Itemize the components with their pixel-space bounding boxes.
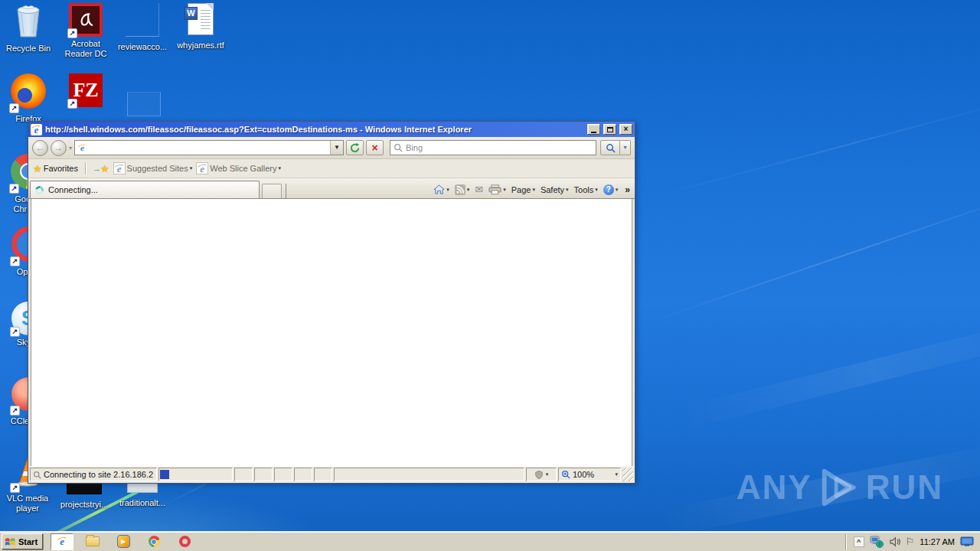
add-favorite-button[interactable]: → ★	[93, 163, 109, 174]
search-go-icon	[606, 143, 616, 153]
web-slice-icon: e	[197, 163, 207, 174]
zoom-control[interactable]: 100% ▾	[558, 468, 621, 481]
window-title: http://shell.windows.com/fileassoc/filea…	[45, 125, 584, 134]
word-w-badge: W	[185, 7, 198, 20]
taskbar-button-internet-explorer[interactable]: e	[51, 533, 74, 550]
chevron-down-icon: ▾	[446, 187, 449, 193]
safety-menu-label: Safety	[541, 185, 564, 194]
ie-favicon: e	[31, 124, 42, 135]
close-button[interactable]: ×	[619, 124, 632, 135]
shortcut-arrow-icon: ↗	[67, 99, 77, 109]
chevron-down-icon: ▾	[190, 165, 193, 171]
refresh-button[interactable]	[346, 140, 364, 155]
search-box[interactable]	[390, 140, 596, 155]
shortcut-arrow-icon: ↗	[9, 184, 19, 194]
start-button[interactable]: Start	[2, 533, 43, 549]
history-dropdown-icon[interactable]: ▾	[69, 145, 72, 152]
separator	[85, 162, 86, 174]
favorites-button[interactable]: ★ Favorites	[33, 163, 78, 174]
chrome-icon	[149, 536, 160, 547]
resize-grip[interactable]	[622, 468, 633, 481]
read-mail-button[interactable]: ✉	[475, 184, 483, 195]
stop-button[interactable]: ×	[366, 140, 384, 155]
tab-connecting[interactable]: Connecting...	[30, 181, 260, 198]
address-bar[interactable]: e ▼	[74, 140, 344, 155]
home-button[interactable]: ▾	[433, 184, 449, 194]
status-message: Connecting to site 2.16.186.2	[44, 470, 153, 479]
chevron-down-icon: ▾	[595, 187, 598, 193]
address-input[interactable]	[88, 142, 330, 154]
network-tray-icon[interactable]	[870, 536, 884, 548]
chevron-down-icon: ▾	[615, 471, 618, 478]
taskbar-button-opera[interactable]	[173, 533, 196, 550]
desktop-icon-firefox[interactable]: ↗ Firefox	[1, 73, 56, 124]
printer-icon	[488, 184, 501, 195]
background-streak	[659, 440, 980, 537]
stop-icon: ×	[371, 142, 377, 153]
page-content-area[interactable]	[31, 199, 632, 466]
toolbar-overflow-button[interactable]: »	[625, 184, 630, 195]
desktop-icon-label: whyjames.rtf	[173, 41, 228, 51]
desktop-icon-whyjames[interactable]: W whyjames.rtf	[173, 3, 228, 51]
back-icon: ←	[36, 142, 45, 153]
shortcut-arrow-icon: ↗	[67, 28, 77, 38]
minimize-button[interactable]	[587, 124, 600, 135]
safety-menu-button[interactable]: Safety ▾	[541, 185, 569, 194]
web-slice-gallery-label: Web Slice Gallery	[210, 164, 276, 173]
desktop-icon-acrobat[interactable]: ↗ Acrobat Reader DC	[58, 3, 113, 59]
forward-button[interactable]: →	[51, 140, 67, 156]
shortcut-arrow-icon: ↗	[10, 406, 20, 416]
status-cell	[274, 468, 292, 481]
chevron-down-icon: ▾	[467, 187, 470, 193]
volume-tray-icon[interactable]	[889, 536, 900, 547]
display-tray-icon[interactable]	[960, 536, 974, 547]
taskbar: Start e ▶ ^ ⚐ 11:27 AM	[0, 531, 980, 551]
desktop-icon-filezilla[interactable]: FZ ↗	[58, 73, 113, 109]
help-icon: ?	[603, 184, 614, 195]
new-tab-button[interactable]	[262, 184, 282, 198]
opera-icon	[179, 536, 191, 547]
feeds-button[interactable]: ▾	[455, 184, 470, 195]
rss-icon	[455, 184, 466, 195]
add-favorite-star-icon: ★	[100, 163, 109, 174]
suggested-sites-button[interactable]: e Suggested Sites ▾	[113, 162, 193, 174]
close-icon: ×	[624, 126, 629, 133]
taskbar-button-media-player[interactable]: ▶	[112, 533, 135, 550]
favorites-bar: ★ Favorites → ★ e Suggested Sites ▾ e We…	[28, 159, 635, 178]
search-input[interactable]	[406, 143, 593, 152]
action-center-flag-icon[interactable]: ⚐	[906, 536, 915, 547]
desktop-icon-reviewacco[interactable]: reviewacco...	[115, 3, 170, 52]
favorites-star-icon: ★	[33, 163, 42, 174]
system-tray: ^ ⚐ 11:27 AM	[841, 532, 980, 551]
web-slice-gallery-button[interactable]: e Web Slice Gallery ▾	[196, 162, 281, 174]
back-button[interactable]: ←	[32, 140, 48, 156]
show-hidden-icons-button[interactable]: ^	[854, 536, 864, 547]
ie-window: e http://shell.windows.com/fileassoc/fil…	[28, 121, 635, 484]
recycle-bin-icon	[12, 3, 44, 41]
status-cell	[254, 468, 273, 481]
maximize-button[interactable]	[603, 124, 616, 135]
suggested-sites-label: Suggested Sites	[127, 164, 188, 173]
address-dropdown-button[interactable]: ▼	[330, 141, 343, 155]
tools-menu-button[interactable]: Tools ▾	[574, 185, 598, 194]
page-menu-button[interactable]: Page ▾	[511, 185, 535, 194]
media-player-icon: ▶	[117, 535, 130, 548]
title-bar[interactable]: e http://shell.windows.com/fileassoc/fil…	[28, 122, 635, 137]
security-zone-button[interactable]: ▾	[526, 468, 557, 481]
tools-menu-label: Tools	[574, 185, 594, 194]
help-button[interactable]: ? ▾	[603, 184, 619, 195]
desktop-icon-label: VLC media player	[2, 494, 54, 514]
start-label: Start	[18, 537, 38, 546]
zoom-icon	[561, 470, 570, 479]
taskbar-button-explorer[interactable]	[81, 533, 104, 550]
taskbar-clock[interactable]: 11:27 AM	[920, 537, 955, 546]
print-button[interactable]: ▾	[488, 184, 506, 195]
chevron-down-icon: ▾	[278, 165, 281, 171]
taskbar-button-chrome[interactable]	[142, 533, 165, 550]
progress-bar	[158, 468, 233, 481]
tab-label: Connecting...	[48, 185, 98, 194]
desktop-icon-recycle-bin[interactable]: Recycle Bin	[1, 3, 56, 54]
anyrun-watermark: ANY RUN	[737, 465, 943, 510]
search-go-button[interactable]	[600, 140, 620, 155]
search-options-dropdown[interactable]: ▾	[620, 140, 631, 155]
